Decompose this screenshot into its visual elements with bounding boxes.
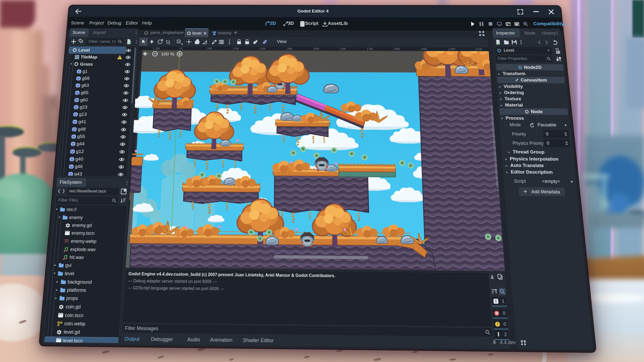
svg-text:1000: 1000 — [449, 48, 456, 51]
svg-text:600: 600 — [341, 48, 346, 50]
svg-text:500: 500 — [315, 47, 319, 50]
svg-text:200: 200 — [234, 47, 239, 50]
svg-text:100 %: 100 % — [161, 52, 175, 57]
svg-text:0: 0 — [181, 47, 183, 50]
svg-text:1100: 1100 — [476, 48, 482, 51]
svg-text:100: 100 — [208, 47, 212, 50]
svg-text:800: 800 — [395, 48, 400, 50]
svg-text:900: 900 — [422, 48, 427, 50]
svg-text:700: 700 — [368, 48, 373, 50]
svg-text:-100: -100 — [154, 47, 160, 50]
svg-text:300: 300 — [261, 47, 266, 50]
svg-text:DOC: DOC — [556, 52, 560, 54]
svg-text:400: 400 — [288, 47, 292, 50]
